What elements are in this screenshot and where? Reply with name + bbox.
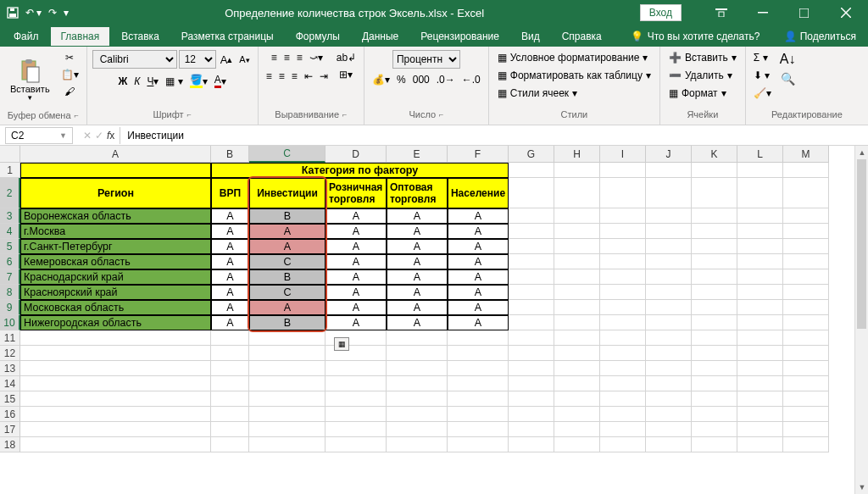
align-top-icon[interactable]: ≡ (269, 50, 280, 65)
row-headers[interactable]: 123456789101112131415161718 (0, 163, 20, 452)
cell[interactable] (326, 437, 387, 452)
font-size-select[interactable]: 12 (179, 50, 216, 69)
row-header-13[interactable]: 13 (0, 361, 20, 376)
cell[interactable] (600, 376, 646, 391)
cell[interactable] (783, 376, 829, 391)
cell[interactable] (554, 269, 600, 285)
tab-home[interactable]: Главная (51, 27, 110, 46)
cell[interactable] (646, 239, 692, 254)
col-header-F[interactable]: F (448, 146, 509, 163)
cell[interactable] (783, 391, 829, 407)
col-header-K[interactable]: K (692, 146, 737, 163)
cell[interactable] (554, 224, 600, 239)
tell-me-search[interactable]: 💡Что вы хотите сделать? (614, 31, 774, 42)
cell[interactable]: A (448, 224, 509, 239)
cell[interactable]: A (211, 208, 249, 224)
fill-color-button[interactable]: 🪣▾ (187, 72, 210, 90)
cell[interactable] (387, 376, 448, 391)
cell[interactable] (783, 163, 829, 178)
cell[interactable] (509, 346, 554, 361)
number-format-select[interactable]: Процентн (392, 50, 460, 69)
cell[interactable] (20, 407, 211, 422)
cell[interactable] (509, 224, 554, 239)
cell[interactable] (600, 330, 646, 346)
align-launcher-icon[interactable]: ⌐ (342, 110, 347, 119)
cell[interactable]: A (387, 269, 448, 285)
tab-help[interactable]: Справка (552, 27, 612, 46)
cell[interactable] (326, 361, 387, 376)
cell[interactable]: A (211, 315, 249, 330)
font-name-select[interactable]: Calibri (92, 50, 177, 69)
cell[interactable]: Оптовая торговля (387, 178, 448, 208)
paste-options-icon[interactable]: ▦ (334, 337, 349, 351)
cell[interactable] (737, 376, 783, 391)
cell[interactable] (692, 361, 737, 376)
cell[interactable] (20, 391, 211, 407)
scroll-thumb[interactable] (857, 159, 866, 329)
cell[interactable] (448, 376, 509, 391)
cell[interactable] (646, 330, 692, 346)
cell[interactable] (737, 407, 783, 422)
cell[interactable]: A (387, 285, 448, 300)
wrap-text-icon[interactable]: ab↲ (334, 50, 359, 65)
cell[interactable] (692, 391, 737, 407)
cell[interactable] (737, 163, 783, 178)
cell[interactable]: Нижегородская область (20, 315, 211, 330)
cell[interactable]: Розничная торговля (326, 178, 387, 208)
row-header-17[interactable]: 17 (0, 422, 20, 437)
cell[interactable] (387, 346, 448, 361)
format-as-table-button[interactable]: ▦Форматировать как таблицу ▾ (494, 68, 654, 83)
cell[interactable] (554, 391, 600, 407)
cell[interactable] (646, 422, 692, 437)
cell[interactable] (20, 361, 211, 376)
cell[interactable] (692, 224, 737, 239)
cell[interactable] (509, 407, 554, 422)
cell[interactable]: A (387, 300, 448, 315)
cell[interactable] (326, 407, 387, 422)
clipboard-launcher-icon[interactable]: ⌐ (75, 111, 79, 119)
col-header-G[interactable]: G (509, 146, 554, 163)
cell[interactable] (509, 330, 554, 346)
cell[interactable] (692, 315, 737, 330)
cell[interactable] (387, 422, 448, 437)
name-box[interactable]: C2▼ (5, 127, 73, 144)
row-header-18[interactable]: 18 (0, 437, 20, 452)
cell[interactable] (783, 315, 829, 330)
cell[interactable] (646, 178, 692, 208)
cell[interactable] (783, 208, 829, 224)
cell[interactable]: A (211, 269, 249, 285)
cell[interactable] (600, 269, 646, 285)
cell[interactable] (20, 163, 211, 178)
row-header-11[interactable]: 11 (0, 330, 20, 346)
cell[interactable] (509, 376, 554, 391)
cell[interactable] (600, 239, 646, 254)
cell[interactable] (692, 178, 737, 208)
tab-data[interactable]: Данные (352, 27, 409, 46)
close-icon[interactable] (826, 0, 865, 25)
cell[interactable] (387, 437, 448, 452)
cell[interactable]: B (249, 208, 326, 224)
cell[interactable] (600, 208, 646, 224)
cell[interactable] (554, 163, 600, 178)
orientation-icon[interactable]: ⤻▾ (307, 50, 326, 65)
cell[interactable] (249, 391, 326, 407)
cell[interactable] (692, 376, 737, 391)
cell[interactable] (249, 422, 326, 437)
fx-icon[interactable]: fx (107, 130, 114, 142)
tab-review[interactable]: Рецензирование (410, 27, 509, 46)
cell[interactable] (387, 361, 448, 376)
cell[interactable] (783, 254, 829, 269)
cell[interactable] (448, 391, 509, 407)
cell[interactable] (448, 330, 509, 346)
col-header-J[interactable]: J (646, 146, 692, 163)
cell[interactable]: C (249, 285, 326, 300)
cell[interactable] (509, 285, 554, 300)
cell[interactable] (509, 163, 554, 178)
cell[interactable] (600, 300, 646, 315)
cell[interactable] (600, 437, 646, 452)
cell[interactable] (387, 407, 448, 422)
cell[interactable]: A (326, 224, 387, 239)
cell[interactable] (737, 239, 783, 254)
cell[interactable]: A (448, 254, 509, 269)
cell[interactable] (509, 315, 554, 330)
